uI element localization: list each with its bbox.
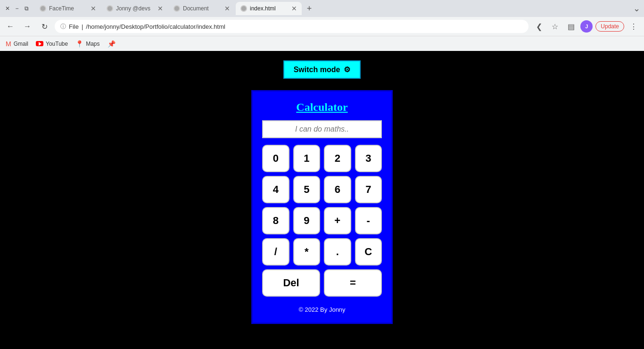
profile-avatar[interactable]: J (580, 20, 593, 33)
calc-row-4: / * . C (262, 238, 382, 266)
tab-close-jonny[interactable]: ✕ (157, 5, 163, 12)
button-multiply[interactable]: * (293, 238, 321, 266)
tab-icon-jonny (107, 5, 113, 12)
window-controls: ✕ − ⧉ (4, 5, 30, 12)
page-content: Switch mode ⚙ Calculator 0 1 2 3 4 5 6 7 (0, 51, 644, 349)
toolbar-right: ❮ ☆ ▤ J Update ⋮ (532, 20, 640, 33)
bookmark-gmail-label: Gmail (14, 41, 28, 47)
minimize-window-button[interactable]: − (13, 5, 21, 12)
button-0[interactable]: 0 (262, 145, 289, 172)
button-1[interactable]: 1 (293, 145, 321, 172)
button-equals[interactable]: = (324, 269, 382, 297)
svg-point-3 (241, 6, 246, 11)
maximize-window-button[interactable]: ⧉ (23, 5, 30, 12)
gear-icon: ⚙ (344, 65, 350, 74)
button-clear[interactable]: C (355, 238, 382, 266)
switch-mode-label: Switch mode (294, 66, 340, 74)
address-url: /home/jonny/Desktop/Portfolio/calculator… (86, 23, 225, 30)
button-6[interactable]: 6 (324, 176, 351, 203)
calculator-title: Calculator (296, 101, 347, 114)
calc-row-5: Del = (262, 269, 382, 297)
sidebar-button[interactable]: ▤ (564, 20, 578, 33)
tab-facetime[interactable]: FaceTime ✕ (35, 2, 101, 15)
menu-button[interactable]: ⋮ (627, 20, 640, 33)
tab-bar-menu[interactable]: ⌄ (633, 3, 640, 14)
svg-point-2 (174, 6, 179, 11)
button-dot[interactable]: . (324, 238, 351, 266)
pin-icon: 📌 (107, 40, 116, 48)
button-2[interactable]: 2 (324, 145, 351, 172)
address-secure-icon: ⓘ (60, 23, 66, 31)
address-prefix: File (69, 23, 79, 30)
bookmark-gmail[interactable]: M Gmail (6, 40, 28, 48)
button-delete[interactable]: Del (262, 269, 320, 297)
calc-row-2: 4 5 6 7 (262, 176, 382, 203)
calc-row-3: 8 9 + - (262, 207, 382, 234)
youtube-play-icon (39, 42, 41, 46)
new-tab-button[interactable]: + (303, 2, 316, 15)
button-8[interactable]: 8 (262, 207, 289, 234)
tab-close-facetime[interactable]: ✕ (91, 5, 96, 12)
back-button[interactable]: ← (4, 20, 17, 33)
update-button[interactable]: Update (595, 21, 624, 32)
close-window-button[interactable]: ✕ (4, 5, 11, 12)
browser-chrome: ✕ − ⧉ FaceTime ✕ Jonny @devs ✕ Document (0, 0, 644, 51)
tab-jonny[interactable]: Jonny @devs ✕ (102, 2, 168, 15)
svg-point-0 (41, 6, 45, 11)
tab-icon-facetime (40, 5, 46, 12)
tab-close-document[interactable]: ✕ (224, 5, 230, 12)
address-separator: | (82, 23, 83, 30)
button-minus[interactable]: - (355, 207, 382, 234)
calculator-display[interactable] (262, 120, 382, 138)
switch-mode-button[interactable]: Switch mode ⚙ (283, 60, 361, 79)
bookmark-maps[interactable]: 📍 Maps (75, 40, 99, 48)
tab-close-index[interactable]: ✕ (291, 5, 297, 12)
youtube-icon (36, 41, 43, 46)
svg-point-1 (107, 6, 112, 11)
button-3[interactable]: 3 (355, 145, 382, 172)
tab-title-jonny: Jonny @devs (116, 5, 155, 12)
tab-document[interactable]: Document ✕ (169, 2, 235, 15)
gmail-icon: M (6, 40, 11, 48)
reload-button[interactable]: ↻ (38, 20, 51, 33)
forward-button[interactable]: → (21, 20, 34, 33)
bookmark-youtube[interactable]: YouTube (36, 41, 68, 47)
address-bar-row: ← → ↻ ⓘ File | /home/jonny/Desktop/Portf… (0, 17, 644, 36)
bookmark-button[interactable]: ☆ (548, 20, 561, 33)
bookmark-youtube-label: YouTube (46, 41, 68, 47)
bookmark-maps-label: Maps (86, 41, 99, 47)
button-divide[interactable]: / (262, 238, 289, 266)
maps-icon: 📍 (75, 40, 83, 48)
tab-icon-document (173, 5, 180, 12)
tab-index[interactable]: index.html ✕ (236, 2, 302, 15)
button-9[interactable]: 9 (293, 207, 321, 234)
calculator-footer: © 2022 By Jonny (298, 306, 345, 313)
tab-title-document: Document (183, 5, 222, 12)
button-5[interactable]: 5 (293, 176, 321, 203)
button-plus[interactable]: + (324, 207, 351, 234)
bookmarks-bar: M Gmail YouTube 📍 Maps 📌 (0, 36, 644, 51)
calc-row-1: 0 1 2 3 (262, 145, 382, 172)
tab-title-facetime: FaceTime (49, 5, 88, 12)
share-button[interactable]: ❮ (532, 20, 545, 33)
bookmark-pin[interactable]: 📌 (107, 40, 116, 48)
address-bar[interactable]: ⓘ File | /home/jonny/Desktop/Portfolio/c… (55, 20, 528, 33)
calculator: Calculator 0 1 2 3 4 5 6 7 8 9 + (251, 90, 393, 324)
button-7[interactable]: 7 (355, 176, 382, 203)
button-4[interactable]: 4 (262, 176, 289, 203)
tab-icon-index (240, 5, 247, 12)
calculator-buttons: 0 1 2 3 4 5 6 7 8 9 + - / * (262, 145, 382, 297)
tab-title-index: index.html (250, 5, 289, 12)
tab-bar: ✕ − ⧉ FaceTime ✕ Jonny @devs ✕ Document (0, 0, 644, 17)
